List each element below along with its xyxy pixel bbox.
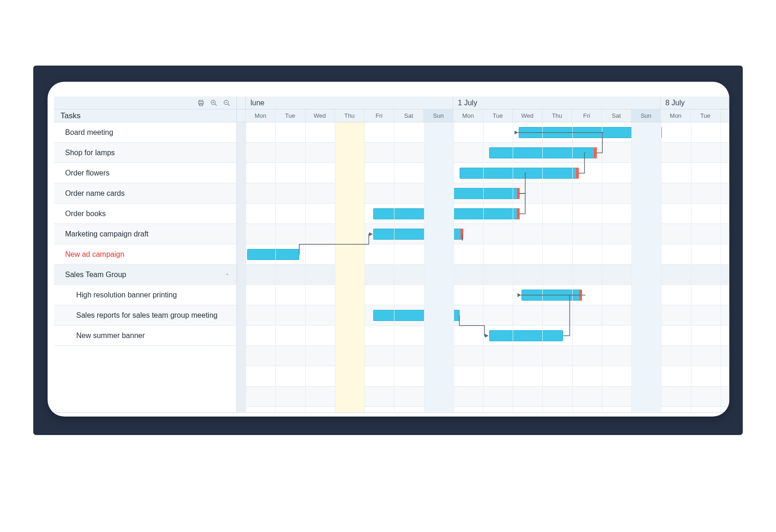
timeline-row [237,204,729,224]
day-label: Sat [612,112,621,119]
week-header-cell: 8 July [661,97,729,109]
timeline-row [237,183,729,204]
zoom-in-icon[interactable] [210,99,218,107]
day-header-cell: Wed [513,109,542,122]
timeline-row-empty [237,346,729,366]
timeline-row-empty [237,366,729,387]
day-header-cell: Mon [454,109,483,122]
task-label: New ad campaign [65,250,124,259]
task-row[interactable]: Marketing campaign draft [54,224,236,244]
task-row[interactable]: New summer banner [54,326,236,346]
task-row[interactable]: Order flowers [54,163,236,183]
chevron-down-icon[interactable] [224,271,230,279]
day-header-cell: Sat [394,109,424,122]
timeline-row [237,224,729,244]
task-row[interactable]: Board meeting [54,122,236,143]
timeline-row [237,163,729,183]
task-label: Board meeting [65,128,113,137]
bar-endcap-detached [344,249,346,260]
timeline-day-header: MonTueWedThuFriSatSunMonTueWedThuFriSatS… [237,109,729,122]
day-header-cell: Thu [542,109,572,122]
task-row[interactable]: Order books [54,204,236,224]
week-label: 1 July [458,99,477,107]
day-header-cell: Fri [572,109,601,122]
day-label: Sun [641,112,651,119]
day-label: Fri [583,112,590,119]
task-toolbar [54,97,236,109]
day-header-cell: Mon [661,109,691,122]
zoom-out-icon[interactable] [223,99,231,107]
task-row[interactable]: New ad campaign [54,244,236,265]
timeline-row [237,244,729,265]
timeline-row [237,305,729,326]
timeline-row [237,122,729,143]
gantt-bar[interactable] [489,330,564,341]
day-label: Thu [552,112,562,119]
timeline-row [237,143,729,163]
gantt-card: Tasks Board meetingShop for lampsOrder f… [48,82,729,417]
day-header-cell: Mon [246,109,275,122]
day-label: Tue [700,112,710,119]
gantt-bar[interactable] [247,249,299,260]
task-label: Sales Team Group [65,271,126,279]
task-column-header: Tasks [54,109,236,122]
timeline-week-header: lune1 July8 July [237,97,729,109]
day-header-cell: Fri [364,109,394,122]
gantt-bar[interactable] [460,168,578,179]
day-label: Tue [493,112,503,119]
task-row[interactable]: Order name cards [54,183,236,204]
task-label: Order name cards [65,189,125,198]
gantt-bar[interactable] [373,310,459,321]
task-label: New summer banner [76,332,145,340]
task-label: Order flowers [65,169,109,177]
task-column-header-label: Tasks [61,111,80,121]
day-header-cell: Sat [602,109,631,122]
bar-endcap [576,168,579,179]
svg-line-4 [215,104,217,106]
timeline-row [237,285,729,305]
day-label: Wed [521,112,534,119]
bar-endcap [579,290,582,301]
task-row-list: Board meetingShop for lampsOrder flowers… [54,122,236,346]
gantt-bar[interactable] [373,229,462,240]
gantt-bar[interactable] [373,208,519,219]
week-label: lune [250,99,264,107]
day-label: Wed [314,112,326,119]
week-header-cell: 1 July [453,97,661,109]
gantt-bar[interactable] [433,188,519,199]
timeline[interactable]: lune1 July8 July MonTueWedThuFriSatSunMo… [237,97,729,412]
day-label: Thu [344,112,354,119]
day-header-cell: Tue [483,109,513,122]
task-row[interactable]: Sales reports for sales team group meeti… [54,305,236,326]
day-label: Mon [462,112,474,119]
task-label: Marketing campaign draft [65,230,149,238]
day-label: Fri [376,112,382,119]
bar-endcap [594,147,597,158]
day-label: Mon [670,112,681,119]
print-icon[interactable] [197,99,205,107]
week-label: 8 July [665,99,685,107]
day-header-cell: Sun [424,109,453,122]
svg-line-8 [228,104,230,106]
day-label: Sun [433,112,444,119]
day-header-cell: Wed [305,109,335,122]
timeline-body [237,122,729,412]
bar-endcap [517,188,520,199]
bar-endcap [517,208,520,219]
gantt-bar[interactable] [521,290,581,301]
gantt-bar[interactable] [519,127,661,138]
bar-endcap [659,127,662,138]
task-row[interactable]: Shop for lamps [54,143,236,163]
day-label: Sat [404,112,413,119]
day-header-cell: Thu [335,109,364,122]
card-divider [54,412,723,413]
week-header-cell: lune [246,97,453,109]
task-label: Sales reports for sales team group meeti… [76,311,218,320]
task-column: Tasks Board meetingShop for lampsOrder f… [54,97,237,412]
task-group-header[interactable]: Sales Team Group [54,265,236,285]
day-label: Tue [285,112,295,119]
gantt-bar[interactable] [489,147,596,158]
timeline-row [237,265,729,285]
task-row[interactable]: High resolution banner printing [54,285,236,305]
day-label: Mon [255,112,266,119]
